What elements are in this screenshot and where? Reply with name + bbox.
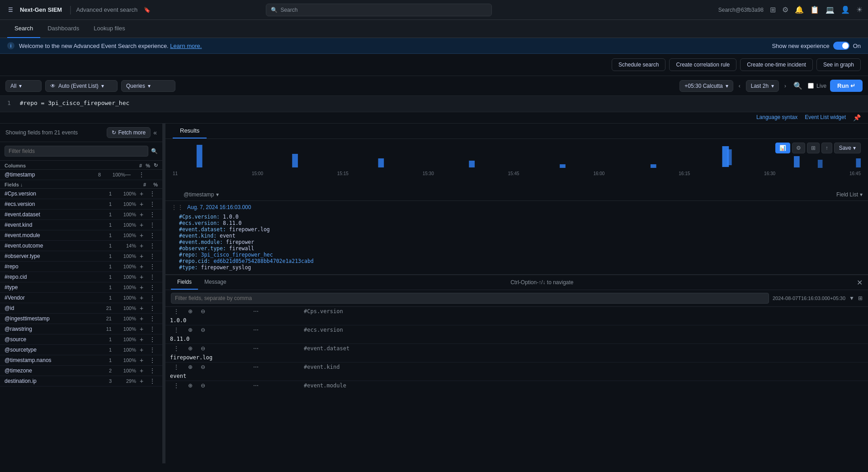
- event-row-header[interactable]: ⋮⋮ Aug. 7, 2024 16:16:03.000: [165, 201, 868, 214]
- detail-row-filter-include[interactable]: ⊕: [185, 382, 195, 389]
- tab-results[interactable]: Results: [173, 124, 207, 138]
- detail-tab-fields[interactable]: Fields: [171, 275, 198, 290]
- add-field-button[interactable]: +: [136, 211, 147, 218]
- fetch-more-button[interactable]: ↻ Fetch more: [107, 127, 151, 138]
- detail-row-drag[interactable]: ⋮: [170, 364, 183, 370]
- filter-search-icon[interactable]: 🔍: [151, 148, 158, 154]
- event-list-widget-link[interactable]: Event List widget: [805, 114, 846, 121]
- add-field-button[interactable]: +: [136, 242, 147, 249]
- field-menu-icon[interactable]: ⋮: [147, 325, 158, 333]
- add-field-button[interactable]: +: [136, 294, 147, 301]
- queries-select[interactable]: Queries ▾: [121, 80, 175, 92]
- columns-refresh-icon[interactable]: ↻: [154, 162, 158, 168]
- tab-search[interactable]: Search: [7, 20, 40, 38]
- new-experience-toggle[interactable]: [833, 42, 849, 50]
- detail-row-drag[interactable]: ⋮: [170, 345, 183, 352]
- field-menu-icon[interactable]: ⋮: [147, 253, 158, 260]
- field-menu-icon[interactable]: ⋮: [147, 211, 158, 218]
- detail-row-filter-exclude[interactable]: ⊖: [198, 364, 208, 370]
- detail-tab-message[interactable]: Message: [198, 275, 233, 290]
- detail-row-filter-exclude[interactable]: ⊖: [198, 345, 208, 352]
- add-field-button[interactable]: +: [136, 367, 147, 374]
- add-field-button[interactable]: +: [136, 284, 147, 291]
- field-menu-icon[interactable]: ⋮: [147, 190, 158, 197]
- add-field-button[interactable]: +: [136, 346, 147, 353]
- detail-row-filter-include[interactable]: ⊕: [185, 327, 195, 333]
- field-menu-icon[interactable]: ⋮: [147, 315, 158, 322]
- detail-row-filter-include[interactable]: ⊕: [185, 345, 195, 352]
- field-menu-icon[interactable]: ⋮: [147, 221, 158, 229]
- query-text[interactable]: #repo = 3pi_cisco_firepower_hec: [20, 100, 130, 106]
- field-menu-icon[interactable]: ⋮: [147, 284, 158, 291]
- time-prev-button[interactable]: ‹: [737, 81, 742, 91]
- detail-row-more[interactable]: ⋯: [211, 308, 301, 315]
- field-menu-icon[interactable]: ⋮: [147, 336, 158, 343]
- detail-row-drag[interactable]: ⋮: [170, 327, 183, 333]
- view-select[interactable]: 👁 Auto (Event List) ▾: [45, 80, 118, 92]
- add-field-button[interactable]: +: [136, 190, 147, 197]
- chart-settings-icon[interactable]: ⚙: [792, 143, 805, 153]
- add-field-button[interactable]: +: [136, 273, 147, 281]
- field-menu-icon[interactable]: ⋮: [147, 294, 158, 301]
- field-menu-icon[interactable]: ⋮: [147, 305, 158, 312]
- add-field-button[interactable]: +: [136, 253, 147, 260]
- detail-row-more[interactable]: ⋯: [211, 345, 301, 352]
- time-next-button[interactable]: ›: [783, 81, 788, 91]
- collapse-sidebar-button[interactable]: «: [153, 129, 157, 136]
- widget-pin-icon[interactable]: 📌: [853, 114, 861, 121]
- remove-column-button[interactable]: —: [125, 172, 136, 178]
- event-drag-handle[interactable]: ⋮⋮: [171, 204, 184, 211]
- detail-close-button[interactable]: ✕: [857, 278, 863, 287]
- chart-export-icon[interactable]: ↑: [821, 143, 832, 153]
- query-editor[interactable]: 1 #repo = 3pi_cisco_firepower_hec: [0, 96, 868, 112]
- field-menu-icon[interactable]: ⋮: [147, 377, 158, 385]
- field-menu-icon[interactable]: ⋮: [147, 346, 158, 353]
- detail-copy-icon[interactable]: ⊞: [858, 295, 863, 301]
- detail-row-filter-exclude[interactable]: ⊖: [198, 327, 208, 333]
- detail-row-more[interactable]: ⋯: [211, 382, 301, 389]
- add-field-button[interactable]: +: [136, 263, 147, 270]
- field-list-column-header[interactable]: Field List ▾: [836, 191, 863, 198]
- bookmark-icon[interactable]: 🔖: [144, 7, 151, 13]
- add-field-button[interactable]: +: [136, 200, 147, 208]
- grid-icon[interactable]: ⚙: [782, 5, 788, 14]
- detail-filter-icon[interactable]: ▼: [849, 295, 854, 301]
- field-menu-icon[interactable]: ⋮: [147, 357, 158, 364]
- zoom-icon[interactable]: 🔍: [792, 80, 804, 92]
- schedule-search-button[interactable]: Schedule search: [612, 58, 665, 71]
- field-menu-icon[interactable]: ⋮: [147, 367, 158, 374]
- add-field-button[interactable]: +: [136, 315, 147, 322]
- code-icon[interactable]: 💻: [826, 5, 835, 14]
- tab-dashboards[interactable]: Dashboards: [40, 20, 86, 38]
- column-options-icon[interactable]: ⋮: [136, 171, 147, 178]
- detail-row-filter-include[interactable]: ⊕: [185, 308, 195, 315]
- theme-icon[interactable]: ☀: [856, 5, 863, 14]
- user-label[interactable]: Search@63fb3a98: [718, 7, 764, 13]
- learn-more-link[interactable]: Learn more.: [170, 43, 202, 49]
- chart-bar-icon[interactable]: 📊: [775, 143, 790, 153]
- save-button[interactable]: Save ▾: [834, 143, 861, 153]
- run-button[interactable]: Run ↵: [830, 80, 863, 92]
- search-input-box[interactable]: 🔍 Search: [266, 4, 492, 16]
- tab-lookup-files[interactable]: Lookup files: [86, 20, 132, 38]
- list-icon[interactable]: 📋: [810, 5, 819, 14]
- notification-icon[interactable]: 🔔: [795, 5, 804, 14]
- add-field-button[interactable]: +: [136, 221, 147, 229]
- index-select[interactable]: All ▾: [5, 80, 42, 92]
- menu-icon[interactable]: ☰: [5, 5, 15, 15]
- add-field-button[interactable]: +: [136, 336, 147, 343]
- field-menu-icon[interactable]: ⋮: [147, 273, 158, 281]
- detail-row-more[interactable]: ⋯: [211, 364, 301, 370]
- detail-row-more[interactable]: ⋯: [211, 327, 301, 333]
- field-menu-icon[interactable]: ⋮: [147, 263, 158, 270]
- chart-table-icon[interactable]: ⊞: [807, 143, 820, 153]
- monitor-icon[interactable]: ⊞: [770, 5, 776, 14]
- add-field-button[interactable]: +: [136, 232, 147, 239]
- user-icon[interactable]: 👤: [841, 5, 850, 14]
- detail-row-filter-exclude[interactable]: ⊖: [198, 382, 208, 389]
- detail-row-drag[interactable]: ⋮: [170, 382, 183, 389]
- field-menu-icon[interactable]: ⋮: [147, 232, 158, 239]
- detail-row-filter-include[interactable]: ⊕: [185, 364, 195, 370]
- field-menu-icon[interactable]: ⋮: [147, 242, 158, 249]
- create-correlation-rule-button[interactable]: Create correlation rule: [669, 58, 736, 71]
